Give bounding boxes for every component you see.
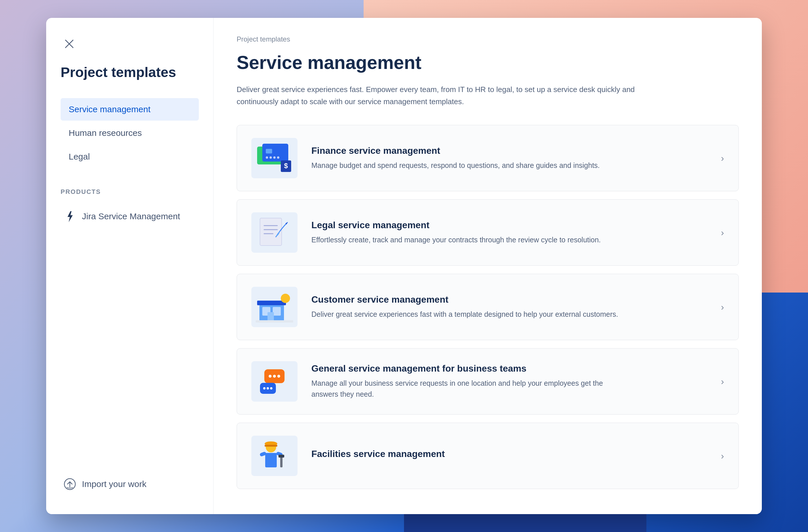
- template-list: $ Finance service management Manage budg…: [237, 125, 739, 489]
- template-info-general: General service management for business …: [311, 363, 707, 400]
- svg-point-9: [270, 157, 272, 159]
- chevron-right-icon-general: ›: [721, 376, 724, 387]
- svg-point-32: [263, 387, 265, 389]
- svg-point-24: [281, 294, 290, 303]
- svg-point-33: [267, 387, 269, 389]
- chevron-right-icon-legal: ›: [721, 227, 724, 238]
- chevron-right-icon-finance: ›: [721, 153, 724, 164]
- svg-rect-22: [257, 300, 286, 305]
- template-info-finance: Finance service management Manage budget…: [311, 145, 707, 171]
- svg-point-27: [269, 375, 272, 378]
- svg-marker-2: [68, 211, 73, 222]
- upload-icon: [63, 478, 76, 491]
- template-card-general[interactable]: General service management for business …: [237, 348, 739, 415]
- products-section-label: PRODUCTS: [60, 188, 199, 196]
- template-card-legal[interactable]: Legal service management Effortlessly cr…: [237, 199, 739, 266]
- svg-point-34: [270, 387, 272, 389]
- page-description: Deliver great service experiences fast. …: [237, 84, 669, 108]
- template-icon-facilities: [251, 436, 297, 476]
- import-label: Import your work: [82, 479, 146, 489]
- template-name-general: General service management for business …: [311, 363, 707, 374]
- sidebar-item-service-management[interactable]: Service management: [60, 98, 199, 121]
- close-button[interactable]: [60, 35, 78, 53]
- svg-rect-21: [273, 307, 281, 316]
- sidebar-item-jira-service-management[interactable]: Jira Service Management: [60, 204, 199, 229]
- chevron-right-icon-customer: ›: [721, 302, 724, 312]
- sidebar-navigation: Service management Human reseources Lega…: [60, 98, 199, 168]
- svg-text:$: $: [284, 162, 288, 170]
- jira-service-management-icon: [63, 210, 76, 223]
- svg-rect-38: [265, 453, 277, 467]
- svg-rect-37: [264, 445, 277, 446]
- template-card-customer[interactable]: Customer service management Deliver grea…: [237, 274, 739, 340]
- template-icon-general: [251, 361, 297, 402]
- svg-point-29: [277, 375, 280, 378]
- template-name-facilities: Facilities service management: [311, 448, 707, 459]
- breadcrumb: Project templates: [237, 35, 739, 43]
- svg-point-11: [277, 157, 279, 159]
- template-icon-finance: $: [251, 138, 297, 178]
- template-info-customer: Customer service management Deliver grea…: [311, 294, 707, 320]
- sidebar-item-human-resources[interactable]: Human reseources: [60, 122, 199, 144]
- sidebar: Project templates Service management Hum…: [46, 18, 214, 514]
- main-content: Project templates Service management Del…: [214, 18, 762, 514]
- page-title: Service management: [237, 52, 739, 73]
- svg-rect-42: [278, 455, 284, 458]
- svg-point-28: [273, 375, 276, 378]
- template-name-customer: Customer service management: [311, 294, 707, 305]
- svg-point-10: [273, 157, 276, 159]
- template-desc-legal: Effortlessly create, track and manage yo…: [311, 235, 629, 245]
- sidebar-item-legal[interactable]: Legal: [60, 145, 199, 168]
- svg-rect-23: [268, 312, 274, 322]
- modal: Project templates Service management Hum…: [46, 18, 762, 514]
- svg-rect-7: [266, 149, 272, 153]
- template-desc-finance: Manage budget and spend requests, respon…: [311, 160, 629, 171]
- sidebar-title: Project templates: [60, 64, 199, 81]
- svg-rect-14: [260, 218, 282, 245]
- sidebar-item-import-your-work[interactable]: Import your work: [60, 472, 199, 497]
- template-name-legal: Legal service management: [311, 220, 707, 231]
- template-icon-legal: [251, 212, 297, 253]
- template-icon-customer: [251, 287, 297, 327]
- template-info-facilities: Facilities service management: [311, 448, 707, 463]
- svg-rect-25: [256, 320, 293, 323]
- chevron-right-icon-facilities: ›: [721, 451, 724, 461]
- template-desc-general: Manage all your business service request…: [311, 378, 629, 400]
- template-card-facilities[interactable]: Facilities service management ›: [237, 423, 739, 489]
- template-info-legal: Legal service management Effortlessly cr…: [311, 220, 707, 245]
- sidebar-bottom: Import your work: [60, 472, 199, 497]
- template-card-finance[interactable]: $ Finance service management Manage budg…: [237, 125, 739, 191]
- svg-point-8: [266, 157, 268, 159]
- product-label: Jira Service Management: [82, 212, 180, 221]
- template-desc-customer: Deliver great service experiences fast w…: [311, 309, 629, 320]
- template-name-finance: Finance service management: [311, 145, 707, 156]
